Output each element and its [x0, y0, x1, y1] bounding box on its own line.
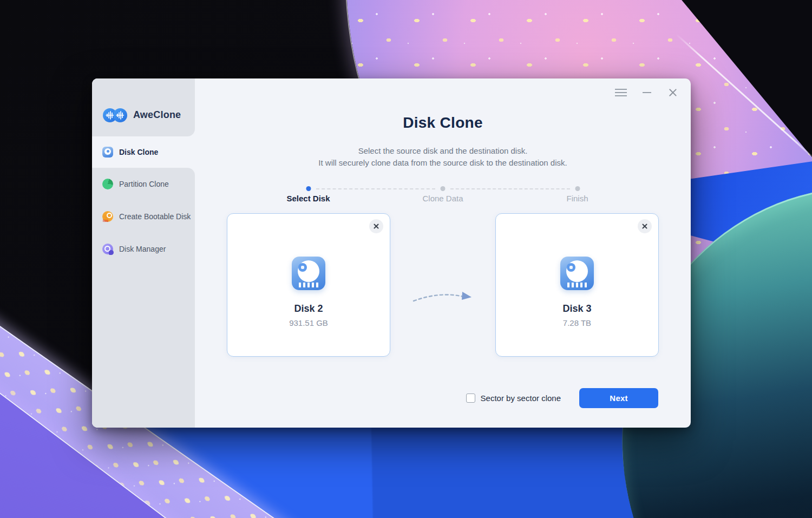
- step-label-finish: Finish: [566, 194, 588, 203]
- sidebar: AweClone Disk Clone Partition Clone iso …: [92, 78, 195, 428]
- window-controls: [614, 86, 680, 100]
- sidebar-item-label: Create Bootable Disk: [119, 212, 191, 221]
- progress-stepper: Select Disk Clone Data Finish: [309, 185, 578, 209]
- sidebar-item-disk-manager[interactable]: Disk Manager: [92, 233, 195, 265]
- hard-disk-icon: [560, 257, 594, 290]
- disk-clone-icon: [102, 147, 113, 158]
- minimize-icon: [643, 92, 651, 93]
- sidebar-lower-section: Partition Clone iso Create Bootable Disk…: [92, 168, 195, 428]
- aweclone-window: AweClone Disk Clone Partition Clone iso …: [92, 78, 691, 428]
- main-content: Disk Clone Select the source disk and th…: [195, 78, 691, 428]
- destination-disk-name: Disk 3: [496, 303, 658, 314]
- deselect-destination-disk-button[interactable]: [638, 219, 652, 233]
- app-name: AweClone: [133, 109, 181, 121]
- destination-disk-card[interactable]: Disk 3 7.28 TB: [495, 213, 659, 357]
- close-icon: [373, 223, 379, 230]
- clone-direction-arrow-icon: [410, 286, 475, 307]
- close-icon: [669, 88, 677, 97]
- partition-clone-icon: [102, 179, 113, 189]
- destination-disk-capacity: 7.28 TB: [496, 318, 658, 327]
- subtitle-line-2: It will securely clone data from the sou…: [195, 157, 691, 169]
- sidebar-item-disk-clone[interactable]: Disk Clone: [92, 136, 195, 168]
- subtitle-line-1: Select the source disk and the destinati…: [195, 145, 691, 157]
- step-label-select-disk: Select Disk: [286, 194, 330, 203]
- stepper-connector: [450, 188, 570, 189]
- sidebar-item-label: Partition Clone: [119, 180, 169, 188]
- footer-actions: Sector by sector clone Next: [466, 388, 658, 408]
- sector-by-sector-checkbox[interactable]: [466, 394, 475, 403]
- desktop: AweClone Disk Clone Partition Clone iso …: [0, 0, 812, 518]
- sidebar-item-partition-clone[interactable]: Partition Clone: [92, 168, 195, 200]
- source-disk-name: Disk 2: [227, 303, 390, 314]
- bootable-disk-icon: iso: [102, 211, 113, 222]
- hamburger-menu-icon: [615, 92, 627, 93]
- minimize-button[interactable]: [640, 86, 654, 100]
- sector-by-sector-option: Sector by sector clone: [466, 394, 561, 403]
- iso-label: iso: [103, 219, 108, 222]
- sidebar-item-label: Disk Clone: [119, 148, 158, 156]
- disk-manager-icon: [102, 244, 113, 254]
- step-dot-finish: [575, 186, 580, 191]
- hard-disk-icon: [292, 257, 325, 290]
- step-label-clone-data: Clone Data: [422, 194, 463, 203]
- deselect-source-disk-button[interactable]: [369, 219, 383, 233]
- menu-button[interactable]: [614, 86, 628, 100]
- sector-by-sector-label[interactable]: Sector by sector clone: [481, 394, 561, 403]
- page-subtitle: Select the source disk and the destinati…: [195, 145, 691, 169]
- source-disk-card[interactable]: Disk 2 931.51 GB: [227, 213, 390, 357]
- close-icon: [641, 223, 648, 230]
- step-dot-clone-data: [441, 186, 446, 191]
- step-dot-select-disk: [306, 186, 311, 191]
- sidebar-item-label: Disk Manager: [119, 245, 166, 253]
- disk-selection-area: Disk 2 931.51 GB Disk 3: [195, 213, 691, 357]
- page-title: Disk Clone: [195, 114, 691, 132]
- stepper-connector: [316, 188, 436, 189]
- next-button[interactable]: Next: [579, 388, 658, 408]
- app-logo: AweClone: [92, 78, 195, 136]
- close-window-button[interactable]: [666, 86, 680, 100]
- sidebar-item-create-bootable-disk[interactable]: iso Create Bootable Disk: [92, 200, 195, 233]
- aweclone-logo-icon: [102, 107, 128, 123]
- source-disk-capacity: 931.51 GB: [227, 318, 390, 327]
